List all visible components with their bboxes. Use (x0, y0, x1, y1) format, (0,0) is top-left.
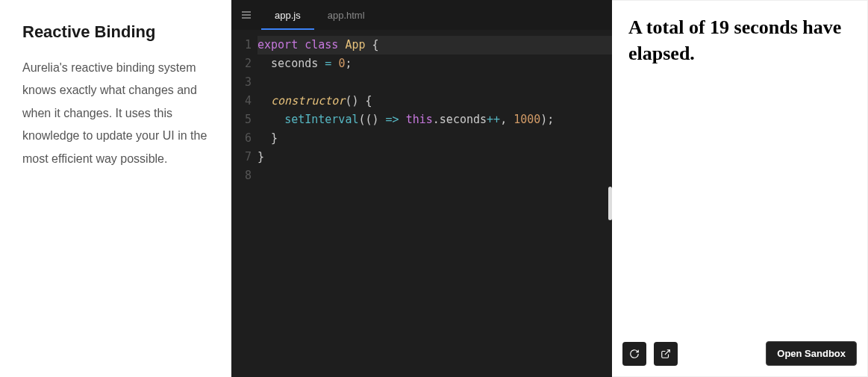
tab-app-html[interactable]: app.html (314, 0, 378, 30)
line-number: 3 (231, 73, 252, 92)
open-sandbox-button[interactable]: Open Sandbox (766, 341, 857, 366)
line-number: 1 (231, 36, 252, 54)
line-number: 2 (231, 54, 252, 73)
code-line: constructor() { (257, 92, 612, 110)
line-number: 6 (231, 129, 252, 148)
line-number: 7 (231, 148, 252, 166)
section-title: Reactive Binding (22, 22, 209, 42)
preview-toolbar: Open Sandbox (612, 332, 867, 376)
section-description: Aurelia's reactive binding system knows … (22, 57, 209, 170)
editor-header: app.js app.html (231, 0, 612, 30)
line-number: 8 (231, 166, 252, 185)
preview-output: A total of 19 seconds have elapsed. (612, 1, 867, 376)
code-line: setInterval(() => this.seconds++, 1000); (257, 110, 612, 129)
code-content[interactable]: export class App { seconds = 0; construc… (257, 36, 612, 377)
code-line: export class App { (257, 36, 612, 54)
code-line (257, 73, 612, 92)
code-line (257, 166, 612, 185)
code-line: } (257, 148, 612, 166)
external-link-icon (661, 349, 671, 359)
preview-panel: A total of 19 seconds have elapsed. Open… (612, 0, 868, 377)
svg-line-3 (665, 349, 669, 354)
output-heading: A total of 19 seconds have elapsed. (628, 14, 851, 66)
code-editor: app.js app.html 1 2 3 4 5 6 7 8 export c… (231, 0, 612, 377)
refresh-button[interactable] (622, 342, 646, 366)
code-area[interactable]: 1 2 3 4 5 6 7 8 export class App { secon… (231, 30, 612, 377)
line-number: 5 (231, 110, 252, 129)
code-line: seconds = 0; (257, 54, 612, 73)
refresh-icon (629, 349, 640, 359)
editor-tabs: app.js app.html (261, 0, 378, 30)
open-new-window-button[interactable] (654, 342, 678, 366)
line-number: 4 (231, 92, 252, 110)
description-sidebar: Reactive Binding Aurelia's reactive bind… (0, 0, 231, 377)
line-gutter: 1 2 3 4 5 6 7 8 (231, 36, 257, 377)
code-line: } (257, 129, 612, 148)
menu-icon[interactable] (231, 9, 261, 21)
tab-app-js[interactable]: app.js (261, 0, 314, 30)
